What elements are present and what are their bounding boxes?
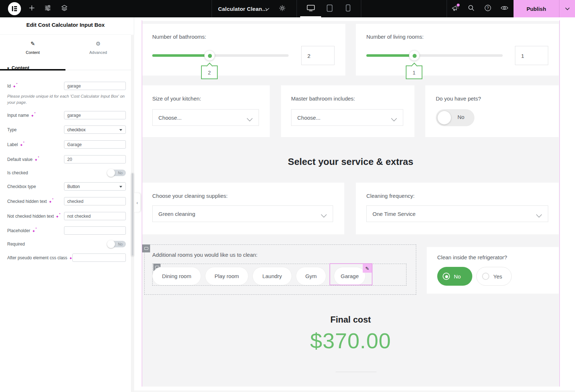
ai-sparkles-icon[interactable]: ✦✦	[13, 84, 18, 88]
field-label-label: Label✦✦	[7, 142, 25, 147]
ai-sparkles-icon[interactable]: ✦✦	[48, 199, 54, 204]
field-id-label: Id✦✦	[7, 84, 18, 89]
bathrooms-label: Number of bathrooms:	[152, 34, 206, 40]
panel-scrollbar-thumb[interactable]	[131, 173, 134, 256]
publish-button[interactable]: Publish	[514, 0, 559, 17]
field-checkbox-type-value: Button	[67, 184, 80, 189]
ai-sparkles-icon[interactable]: ✦✦	[56, 214, 61, 218]
field-type-select[interactable]: checkbox	[64, 125, 126, 134]
field-label-input[interactable]	[64, 140, 126, 149]
final-cost-value: $370.00	[142, 328, 559, 353]
bathrooms-slider-thumb[interactable]	[204, 50, 215, 61]
chevron-down-icon	[321, 213, 327, 219]
gear-icon: ⚙	[65, 41, 131, 47]
device-mobile-button[interactable]	[340, 0, 356, 17]
document-switcher-button[interactable]	[263, 0, 271, 17]
field-checked-hidden-input[interactable]	[64, 197, 126, 205]
refrigerator-yes-label: Yes	[493, 273, 502, 280]
field-default-value-input[interactable]	[64, 155, 126, 163]
page-settings-button[interactable]	[277, 0, 288, 17]
field-required-toggle[interactable]: No	[107, 241, 126, 247]
refrigerator-option-no[interactable]: No	[437, 267, 472, 286]
refrigerator-option-yes[interactable]: Yes	[476, 267, 512, 286]
chevron-down-icon	[247, 116, 253, 123]
ai-sparkles-icon[interactable]: ✦✦	[34, 157, 39, 162]
whats-new-button[interactable]	[448, 0, 462, 17]
field-id-help-text: Please provide unique id for each 'Cost …	[7, 93, 127, 105]
chevron-down-icon	[536, 213, 542, 219]
ai-sparkles-icon[interactable]: ✦✦	[20, 142, 25, 147]
finder-search-button[interactable]	[464, 0, 478, 17]
toggle-knob	[107, 240, 115, 248]
bathrooms-slider-tooltip: 2	[201, 65, 218, 79]
site-settings-button[interactable]	[41, 0, 54, 17]
living-rooms-slider-fill	[366, 54, 414, 57]
pencil-icon: ✎	[0, 41, 65, 47]
layers-icon	[61, 4, 68, 13]
field-checkbox-type-select[interactable]: Button	[64, 182, 126, 191]
supplies-label: Choose your cleaning supplies:	[152, 193, 227, 199]
slider-thumb-dot	[413, 54, 417, 58]
svg-text:?: ?	[487, 6, 489, 10]
preview-changes-button[interactable]	[497, 0, 512, 17]
tablet-icon	[327, 4, 333, 13]
publish-options-button[interactable]	[559, 0, 575, 17]
field-after-pseudo-input[interactable]	[72, 253, 126, 262]
living-rooms-label: Number of living rooms:	[366, 34, 423, 40]
chevron-down-icon	[391, 116, 397, 123]
device-tablet-button[interactable]	[321, 0, 338, 17]
panel-title: Edit Cost Calculator Input Box	[0, 22, 131, 28]
field-input-name-label: Input name✦✦	[7, 113, 36, 118]
living-rooms-value-box[interactable]: 1	[515, 46, 548, 65]
radio-unselected-icon	[482, 273, 489, 280]
gear-icon	[279, 5, 286, 13]
master-bathroom-select[interactable]: Choose...	[291, 109, 403, 126]
supplies-select[interactable]: Green cleaning	[152, 205, 333, 222]
elementor-menu-button[interactable]	[7, 0, 22, 17]
field-after-pseudo-label: After pseudo element css class✦✦	[7, 255, 74, 260]
refrigerator-label: Clean inside the refrigerator?	[437, 254, 507, 260]
structure-button[interactable]	[58, 0, 71, 17]
room-option-play[interactable]: Play room	[205, 267, 248, 285]
field-placeholder-label: Placeholder✦✦	[7, 228, 37, 233]
field-input-name-input[interactable]	[64, 111, 126, 119]
pets-toggle[interactable]: No	[436, 109, 474, 126]
field-checkbox-type-label: Checkbox type	[7, 184, 36, 189]
field-is-checked-toggle[interactable]: No	[107, 170, 126, 176]
edit-widget-button[interactable]: ✎	[363, 264, 372, 273]
room-option-gym[interactable]: Gym	[296, 267, 326, 285]
room-option-laundry[interactable]: Laundry	[252, 267, 292, 285]
panel-collapse-button[interactable]: ‹	[134, 193, 140, 212]
ai-sparkles-icon[interactable]: ✦✦	[31, 113, 36, 118]
field-id-input[interactable]	[64, 82, 126, 90]
bathrooms-slider[interactable]	[152, 54, 289, 57]
bathrooms-value-box[interactable]: 2	[301, 46, 335, 65]
bathrooms-slider-fill	[152, 54, 209, 57]
add-element-button[interactable]	[25, 0, 38, 17]
living-rooms-slider-tooltip: 1	[406, 65, 422, 79]
frequency-select[interactable]: One Time Service	[366, 205, 548, 222]
living-rooms-slider-thumb[interactable]	[409, 50, 419, 61]
field-placeholder-input[interactable]	[64, 226, 126, 235]
column-handle-icon	[144, 247, 148, 250]
toolbar-divider	[361, 0, 361, 17]
tab-advanced[interactable]: ⚙ Advanced	[65, 35, 131, 70]
tab-content-label: Content	[0, 50, 65, 55]
select-arrow-icon	[119, 129, 122, 131]
document-name[interactable]: Calculator Clean…	[218, 0, 268, 17]
field-not-checked-hidden-input[interactable]	[64, 212, 126, 220]
content-section-header[interactable]: ▾Content	[7, 65, 29, 71]
device-desktop-button[interactable]	[300, 0, 321, 17]
pets-label: Do you have pets?	[436, 95, 481, 102]
column-drag-handle[interactable]	[142, 244, 150, 252]
help-button[interactable]: ?	[481, 0, 495, 17]
toolbar-divider	[447, 0, 447, 17]
living-rooms-slider[interactable]	[366, 54, 503, 57]
caret-down-icon: ▾	[7, 66, 9, 70]
refrigerator-no-label: No	[454, 273, 461, 280]
room-option-dining[interactable]: Dining room	[152, 267, 201, 285]
ai-sparkles-icon[interactable]: ✦✦	[32, 228, 37, 233]
kitchen-select[interactable]: Choose...	[152, 109, 259, 126]
top-toolbar: Calculator Clean… ?	[0, 0, 575, 17]
selected-widget-outline: ✎	[329, 263, 372, 285]
